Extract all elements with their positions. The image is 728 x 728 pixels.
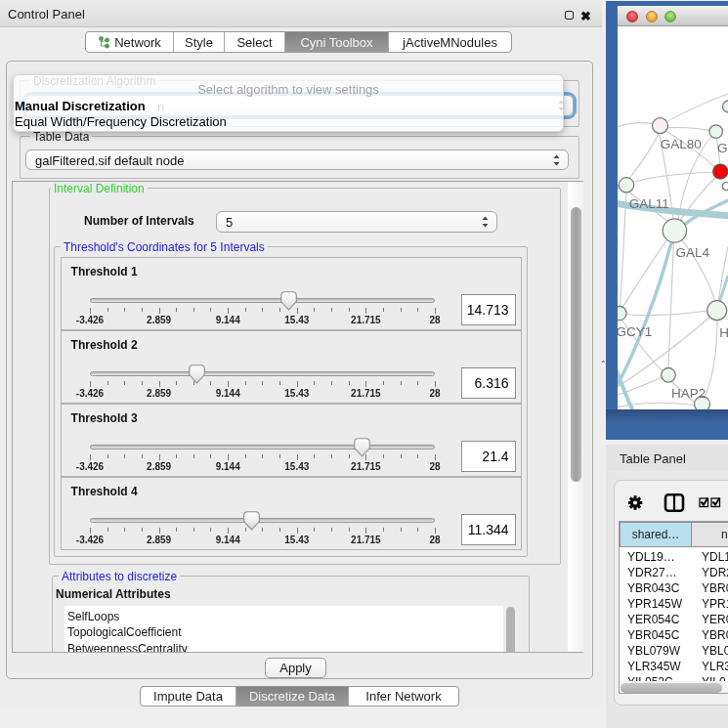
svg-text:GAL11: GAL11 [629, 196, 669, 211]
svg-text:G.: G. [717, 141, 728, 155]
svg-text:HAP2: HAP2 [671, 386, 706, 401]
svg-text:GAL80: GAL80 [661, 137, 702, 151]
svg-text:GAL4: GAL4 [676, 245, 710, 260]
svg-text:C: C [721, 179, 728, 193]
svg-text:H: H [719, 325, 728, 340]
svg-text:GCY1: GCY1 [618, 324, 652, 339]
